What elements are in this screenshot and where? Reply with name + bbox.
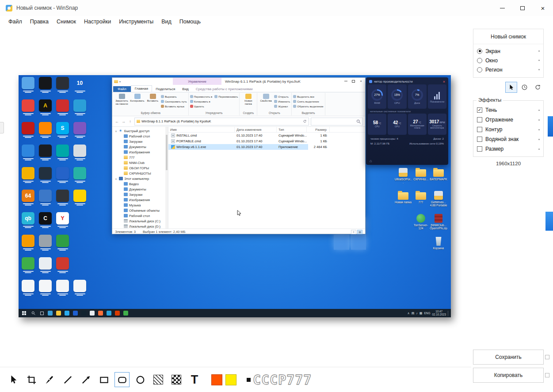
close-button[interactable]: ×	[357, 78, 365, 84]
taskbar-app-button[interactable]	[88, 309, 96, 317]
ellipse-tool-button[interactable]	[133, 372, 148, 387]
taskbar-app-button[interactable]	[71, 309, 80, 317]
rounded-rectangle-tool-button[interactable]	[114, 372, 130, 387]
text-tool-button[interactable]: T	[187, 372, 202, 387]
taskbar-search-button[interactable]	[29, 309, 38, 317]
desktop-icon[interactable]	[72, 212, 88, 235]
desktop-icon[interactable]	[20, 145, 36, 167]
tray-keyboard-icon[interactable]: ▦	[420, 312, 423, 315]
taskbar-app-button[interactable]	[105, 309, 113, 317]
ribbon-button[interactable]: Переименовать	[214, 94, 238, 99]
desktop-icon[interactable]: C	[38, 212, 53, 235]
ribbon-tab[interactable]: Средства работы с приложениями	[192, 86, 256, 92]
minimize-button[interactable]	[342, 78, 350, 84]
desktop-icon[interactable]	[20, 77, 36, 99]
ribbon-tab[interactable]: Файл	[113, 86, 131, 92]
scrollbar-thumb[interactable]	[166, 135, 168, 170]
desktop-icon[interactable]	[72, 145, 88, 167]
fill-color-swatch[interactable]	[225, 374, 236, 385]
desktop-icon[interactable]	[72, 99, 88, 122]
desktop-icon[interactable]	[55, 280, 71, 302]
desktop-icon[interactable]: UltraISOPor...	[394, 167, 412, 190]
desktop-icon[interactable]	[38, 77, 53, 99]
font-sample[interactable]: CCCP777	[247, 372, 312, 388]
refresh-icon[interactable]	[303, 119, 307, 123]
file-row[interactable]: PORTABLE.cmd01.10.2023 17:40Сценарий Win…	[168, 138, 365, 144]
desktop-icon[interactable]	[38, 122, 53, 145]
title-bar[interactable]: Новый снимок - WinSnap ×	[0, 0, 553, 16]
desktop-icon[interactable]	[55, 235, 71, 257]
search-input[interactable]	[311, 118, 363, 126]
checkbox-icon[interactable]	[477, 117, 482, 122]
nav-item[interactable]: ОБОИ ГОРЫ	[112, 165, 168, 171]
save-options-button[interactable]	[545, 355, 549, 359]
taskbar-app-button[interactable]	[113, 309, 122, 317]
rectangle-tool-button[interactable]	[96, 372, 111, 387]
repeat-capture-button[interactable]	[532, 82, 544, 93]
desktop-icon[interactable]: Корзина	[430, 236, 447, 259]
desktop-icon[interactable]: 64	[20, 190, 36, 212]
ribbon-tab[interactable]: Главная	[131, 85, 152, 92]
nav-item[interactable]: Документы	[112, 144, 168, 149]
nav-item[interactable]: СКРИНШОТЫ	[112, 171, 168, 176]
explorer-window[interactable]: ▾ Управление WinSnap 6.1.1 RePack (& Por…	[112, 77, 366, 234]
ribbon-button[interactable]: Выделить все	[293, 94, 323, 99]
taskbar-app-button[interactable]	[96, 309, 105, 317]
ribbon-button[interactable]: Свойства	[259, 93, 273, 105]
nav-item[interactable]: 777	[112, 155, 168, 160]
effect-option[interactable]: ✓Тень	[477, 105, 540, 115]
start-button[interactable]	[19, 309, 29, 317]
close-button[interactable]: ×	[533, 0, 553, 16]
effect-option[interactable]: Размер	[477, 144, 540, 154]
up-icon[interactable]: ↑	[128, 119, 133, 124]
back-icon[interactable]: ←	[114, 119, 119, 124]
ribbon-button[interactable]: Изменить	[274, 99, 290, 104]
close-icon[interactable]: ×	[443, 80, 445, 84]
desktop-icon[interactable]	[38, 167, 53, 190]
capture-mode-option[interactable]: Окно	[477, 56, 540, 65]
desktop-icon[interactable]	[72, 280, 88, 302]
menu-item-вид[interactable]: Вид	[157, 17, 175, 26]
column-header[interactable]: Дата изменения	[235, 127, 277, 132]
tray-network-icon[interactable]: ▤	[412, 312, 415, 315]
desktop-icon[interactable]	[38, 257, 53, 280]
column-header[interactable]: Размер	[307, 127, 330, 132]
ribbon-button[interactable]: Вырезать	[161, 94, 187, 99]
desktop-icon[interactable]: GetWindo... 4.88 Portable	[430, 190, 447, 213]
ribbon-tab[interactable]: Вид	[179, 86, 192, 92]
dock-handle[interactable]	[0, 122, 4, 133]
forward-icon[interactable]: →	[121, 119, 126, 124]
menu-item-настройки[interactable]: Настройки	[80, 17, 115, 26]
ribbon-button[interactable]: Обратить выделение	[293, 104, 323, 109]
nav-item[interactable]: Локальный диск (C:)	[112, 218, 168, 224]
desktop-icon[interactable]	[55, 99, 71, 122]
effect-option[interactable]: Водяной знак	[477, 134, 540, 144]
desktop-icon[interactable]	[38, 145, 53, 167]
desktop-icon[interactable]	[55, 257, 71, 280]
screenshot-preview[interactable]: 10AS64qbCY ▾ Управление WinSnap 6.1.1 Re…	[19, 75, 451, 317]
column-header[interactable]: Тип	[277, 127, 307, 132]
taskbar-app-button[interactable]	[80, 309, 88, 317]
stroke-color-swatch[interactable]	[211, 374, 222, 385]
breadcrumb[interactable]: WinSnap 6.1.1 RePack (& Portable) by Kpo…	[134, 118, 309, 126]
desktop-icon[interactable]: 777	[412, 190, 430, 213]
pen-tool-button[interactable]	[42, 372, 57, 387]
desktop-icon[interactable]	[20, 280, 36, 302]
ribbon-button[interactable]: Удалить	[190, 104, 213, 109]
file-row[interactable]: WinSnap.v6.1.1.exe01.10.2023 17:40Прилож…	[168, 144, 365, 150]
home-icon[interactable]: ⌂	[370, 159, 372, 163]
maximize-button[interactable]	[350, 78, 357, 84]
ribbon-button[interactable]: Копировать	[130, 93, 145, 105]
desktop-icon[interactable]	[55, 167, 71, 190]
desktop-icon[interactable]	[72, 122, 88, 145]
maximize-button[interactable]	[512, 0, 533, 16]
desktop-icon[interactable]	[38, 190, 53, 212]
desktop-icon[interactable]	[72, 190, 88, 212]
line-tool-button[interactable]	[60, 372, 75, 387]
desktop-icon[interactable]	[72, 235, 88, 257]
nav-item[interactable]: Документы	[112, 186, 168, 192]
details-view-icon[interactable]: ≡	[351, 230, 356, 234]
nav-item[interactable]: Локальный диск (D:)	[112, 224, 168, 228]
menu-item-снимок[interactable]: Снимок	[53, 17, 80, 26]
editor-canvas[interactable]: 10AS64qbCY ▾ Управление WinSnap 6.1.1 Re…	[0, 27, 471, 367]
